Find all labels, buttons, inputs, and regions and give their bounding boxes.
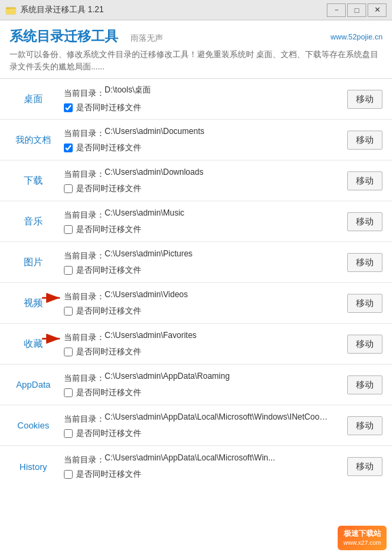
folder-path-8: 当前目录：C:\Users\admin\AppData\Local\Micros… — [64, 412, 340, 425]
folder-name-3: 音乐 — [10, 216, 57, 228]
folder-info-7: 当前目录：C:\Users\admin\AppData\Roaming 是否同时… — [57, 371, 347, 399]
folder-info-5: 当前目录：C:\Users\admin\Videos 是否同时迁移文件 — [57, 290, 347, 317]
header: 系统目录迁移工具 雨落无声 www.52pojie.cn 一款可以备份、修改系统… — [0, 20, 392, 79]
checkbox-label-6: 是否同时迁移文件 — [76, 346, 141, 358]
folder-row: AppData 当前目录：C:\Users\admin\AppData\Roam… — [0, 365, 392, 405]
maximize-button[interactable]: □ — [347, 3, 366, 17]
folder-path-9: 当前目录：C:\Users\admin\AppData\Local\Micros… — [64, 453, 340, 466]
folder-row: History 当前目录：C:\Users\admin\AppData\Loca… — [0, 446, 392, 487]
folder-info-2: 当前目录：C:\Users\admin\Downloads 是否同时迁移文件 — [57, 167, 347, 195]
folder-path-2: 当前目录：C:\Users\admin\Downloads — [64, 167, 340, 180]
folder-row: 收藏 当前目录：C:\Users\admin\Favorites 是否同时迁移文… — [0, 324, 392, 365]
migrate-files-checkbox-9[interactable] — [64, 470, 73, 479]
folder-checkbox-row-6: 是否同时迁移文件 — [64, 346, 340, 358]
folder-info-0: 当前目录：D:\tools\桌面 是否同时迁移文件 — [57, 84, 347, 114]
folder-checkbox-row-5: 是否同时迁移文件 — [64, 305, 340, 317]
folder-path-4: 当前目录：C:\Users\admin\Pictures — [64, 249, 340, 262]
folder-row: 桌面 当前目录：D:\tools\桌面 是否同时迁移文件 移动 — [0, 79, 392, 120]
website-link[interactable]: www.52pojie.cn — [331, 33, 382, 41]
migrate-files-checkbox-6[interactable] — [64, 348, 73, 356]
checkbox-label-3: 是否同时迁移文件 — [76, 224, 141, 235]
move-button-8[interactable]: 移动 — [347, 416, 382, 435]
migrate-files-checkbox-2[interactable] — [64, 184, 73, 193]
folder-info-4: 当前目录：C:\Users\admin\Pictures 是否同时迁移文件 — [57, 249, 347, 276]
checkbox-label-0: 是否同时迁移文件 — [76, 102, 141, 114]
folder-path-7: 当前目录：C:\Users\admin\AppData\Roaming — [64, 371, 340, 384]
folder-info-8: 当前目录：C:\Users\admin\AppData\Local\Micros… — [57, 412, 347, 439]
checkbox-label-4: 是否同时迁移文件 — [76, 265, 141, 276]
svg-rect-1 — [6, 9, 16, 14]
move-button-5[interactable]: 移动 — [347, 294, 382, 313]
title-bar-controls: － □ ✕ — [327, 3, 387, 17]
folder-checkbox-row-9: 是否同时迁移文件 — [64, 469, 340, 480]
checkbox-label-1: 是否同时迁移文件 — [76, 142, 141, 154]
folder-name-0: 桌面 — [10, 93, 57, 105]
folder-name-5: 视频 — [10, 297, 57, 309]
minimize-button[interactable]: － — [327, 3, 346, 17]
folder-name-6: 收藏 — [10, 338, 57, 350]
folder-path-0: 当前目录：D:\tools\桌面 — [64, 84, 340, 99]
header-top: 系统目录迁移工具 雨落无声 www.52pojie.cn — [10, 27, 382, 46]
move-button-3[interactable]: 移动 — [347, 212, 382, 231]
folder-path-1: 当前目录：C:\Users\admin\Documents — [64, 126, 340, 139]
folder-name-1: 我的文档 — [10, 134, 57, 146]
move-button-4[interactable]: 移动 — [347, 253, 382, 272]
move-button-1[interactable]: 移动 — [347, 131, 382, 150]
checkbox-label-7: 是否同时迁移文件 — [76, 387, 141, 399]
move-button-6[interactable]: 移动 — [347, 335, 382, 354]
folder-row: Cookies 当前目录：C:\Users\admin\AppData\Loca… — [0, 405, 392, 446]
folder-list: 桌面 当前目录：D:\tools\桌面 是否同时迁移文件 移动 我的文档 当前目… — [0, 79, 392, 557]
folder-checkbox-row-1: 是否同时迁移文件 — [64, 142, 340, 154]
folder-info-6: 当前目录：C:\Users\admin\Favorites 是否同时迁移文件 — [57, 331, 347, 358]
checkbox-label-8: 是否同时迁移文件 — [76, 428, 141, 439]
app-subtitle: 雨落无声 — [130, 33, 163, 44]
folder-row: 下载 当前目录：C:\Users\admin\Downloads 是否同时迁移文… — [0, 161, 392, 201]
folder-name-4: 图片 — [10, 256, 57, 269]
folder-checkbox-row-3: 是否同时迁移文件 — [64, 224, 340, 235]
folder-path-6: 当前目录：C:\Users\admin\Favorites — [64, 331, 340, 343]
folder-row: 我的文档 当前目录：C:\Users\admin\Documents 是否同时迁… — [0, 120, 392, 161]
migrate-files-checkbox-1[interactable] — [64, 144, 73, 152]
close-button[interactable]: ✕ — [368, 3, 387, 17]
title-bar: 系统目录迁移工具 1.21 － □ ✕ — [0, 0, 392, 20]
folder-checkbox-row-8: 是否同时迁移文件 — [64, 428, 340, 439]
migrate-files-checkbox-4[interactable] — [64, 266, 73, 275]
folder-name-8: Cookies — [10, 420, 57, 431]
folder-info-3: 当前目录：C:\Users\admin\Music 是否同时迁移文件 — [57, 208, 347, 235]
move-button-9[interactable]: 移动 — [347, 457, 382, 476]
folder-info-9: 当前目录：C:\Users\admin\AppData\Local\Micros… — [57, 453, 347, 480]
folder-name-2: 下载 — [10, 175, 57, 187]
folder-info-1: 当前目录：C:\Users\admin\Documents 是否同时迁移文件 — [57, 126, 347, 154]
move-button-2[interactable]: 移动 — [347, 171, 382, 190]
app-window: 系统目录迁移工具 1.21 － □ ✕ 系统目录迁移工具 雨落无声 www.52… — [0, 0, 392, 557]
folder-row: 视频 当前目录：C:\Users\admin\Videos 是否同时迁移文件 移… — [0, 283, 392, 324]
app-title: 系统目录迁移工具 — [10, 27, 118, 46]
move-button-7[interactable]: 移动 — [347, 375, 382, 394]
move-button-0[interactable]: 移动 — [347, 90, 382, 109]
folder-checkbox-row-4: 是否同时迁移文件 — [64, 265, 340, 276]
migrate-files-checkbox-5[interactable] — [64, 307, 73, 316]
app-icon — [5, 5, 16, 16]
folder-row: 音乐 当前目录：C:\Users\admin\Music 是否同时迁移文件 移动 — [0, 201, 392, 242]
folder-path-3: 当前目录：C:\Users\admin\Music — [64, 208, 340, 221]
app-description: 一款可以备份、修改系统文件目录的迁移修改工具！避免重装系统时 桌面、文档、下载等… — [10, 48, 382, 73]
folder-checkbox-row-0: 是否同时迁移文件 — [64, 102, 340, 114]
folder-name-7: AppData — [10, 379, 57, 390]
folder-checkbox-row-7: 是否同时迁移文件 — [64, 387, 340, 399]
checkbox-label-5: 是否同时迁移文件 — [76, 305, 141, 317]
checkbox-label-9: 是否同时迁移文件 — [76, 469, 141, 480]
folder-path-5: 当前目录：C:\Users\admin\Videos — [64, 290, 340, 303]
migrate-files-checkbox-8[interactable] — [64, 429, 73, 438]
folder-checkbox-row-2: 是否同时迁移文件 — [64, 183, 340, 195]
checkbox-label-2: 是否同时迁移文件 — [76, 183, 141, 195]
migrate-files-checkbox-3[interactable] — [64, 225, 73, 234]
title-bar-text: 系统目录迁移工具 1.21 — [20, 4, 327, 16]
migrate-files-checkbox-7[interactable] — [64, 388, 73, 397]
migrate-files-checkbox-0[interactable] — [64, 103, 73, 112]
folder-row: 图片 当前目录：C:\Users\admin\Pictures 是否同时迁移文件… — [0, 242, 392, 283]
folder-name-9: History — [10, 462, 57, 472]
